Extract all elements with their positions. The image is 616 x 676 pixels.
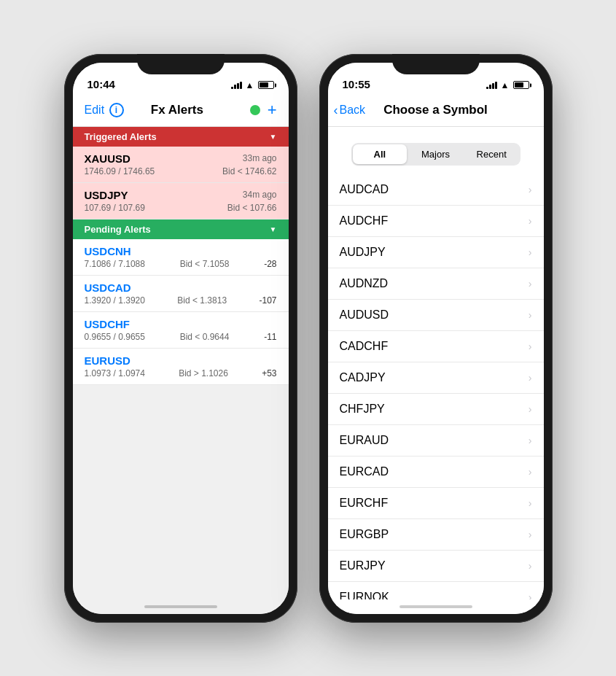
segment-majors[interactable]: Majors bbox=[408, 144, 463, 164]
pending-header: Pending Alerts ▼ bbox=[73, 219, 289, 239]
symbol-chevron-icon: › bbox=[529, 278, 532, 290]
signal-icon bbox=[231, 82, 242, 89]
symbol-row-cadchf[interactable]: CADCHF › bbox=[328, 331, 544, 362]
pending-alert-1[interactable]: USDCNH 7.1086 / 7.1088 Bid < 7.1058 -28 bbox=[73, 239, 289, 276]
symbol-row-audusd[interactable]: AUDUSD › bbox=[328, 300, 544, 331]
pending-alert-4[interactable]: EURUSD 1.0973 / 1.0974 Bid > 1.1026 +53 bbox=[73, 349, 289, 385]
back-button[interactable]: ‹ Back bbox=[334, 103, 366, 118]
edit-button[interactable]: Edit bbox=[85, 104, 105, 117]
triggered-chevron: ▼ bbox=[270, 133, 277, 141]
symbol-row-eurchf[interactable]: EURCHF › bbox=[328, 488, 544, 519]
symbol-chevron-icon: › bbox=[529, 497, 532, 509]
symbol-name: CADJPY bbox=[340, 371, 386, 384]
symbol-chevron-icon: › bbox=[529, 403, 532, 415]
phone2: 10:55 ▲ ‹ Ba bbox=[319, 54, 553, 623]
pending-price-2: 1.3920 / 1.3920 bbox=[85, 295, 145, 306]
symbol-chevron-icon: › bbox=[529, 372, 532, 384]
pending-condition-1: Bid < 7.1058 bbox=[180, 259, 230, 269]
symbol-name: AUDCAD bbox=[340, 183, 389, 196]
symbol-name: EURCHF bbox=[340, 497, 389, 510]
symbol-name: CADCHF bbox=[340, 340, 389, 353]
phone2-nav-title: Choose a Symbol bbox=[383, 103, 488, 117]
info-button[interactable]: i bbox=[109, 103, 124, 117]
home-indicator-2 bbox=[328, 599, 544, 614]
phone1-content: Triggered Alerts ▼ XAUUSD 33m ago 1746.0… bbox=[73, 127, 289, 599]
symbol-row-chfjpy[interactable]: CHFJPY › bbox=[328, 394, 544, 425]
symbol-chevron-icon: › bbox=[529, 184, 532, 195]
battery-icon bbox=[258, 81, 274, 89]
symbol-name: EURJPY bbox=[340, 559, 386, 572]
symbol-row-audchf[interactable]: AUDCHF › bbox=[328, 206, 544, 237]
pending-symbol-3: USDCHF bbox=[85, 318, 130, 330]
wifi-icon-2: ▲ bbox=[501, 80, 510, 90]
symbol-list: AUDCAD › AUDCHF › AUDJPY › AUDNZD › AUDU… bbox=[328, 174, 544, 599]
pending-alert-3[interactable]: USDCHF 0.9655 / 0.9655 Bid < 0.9644 -11 bbox=[73, 312, 289, 349]
symbol-row-euraud[interactable]: EURAUD › bbox=[328, 425, 544, 457]
segment-recent[interactable]: Recent bbox=[464, 144, 519, 164]
alert-time-2: 34m ago bbox=[243, 190, 277, 200]
symbol-chevron-icon: › bbox=[529, 341, 532, 352]
symbol-row-audcad[interactable]: AUDCAD › bbox=[328, 174, 544, 206]
triggered-header: Triggered Alerts ▼ bbox=[73, 127, 289, 147]
segment-container: All Majors Recent bbox=[328, 127, 544, 174]
symbol-row-audnzd[interactable]: AUDNZD › bbox=[328, 268, 544, 300]
pending-pips-3: -11 bbox=[264, 332, 276, 342]
phone1: 10:44 ▲ Edit i bbox=[64, 54, 297, 623]
status-icons-1: ▲ bbox=[231, 80, 274, 90]
symbol-row-eurgbp[interactable]: EURGBP › bbox=[328, 519, 544, 551]
home-indicator-1 bbox=[73, 599, 289, 614]
alert-time-1: 33m ago bbox=[243, 153, 277, 163]
pending-symbol-2: USDCAD bbox=[85, 281, 131, 294]
symbol-chevron-icon: › bbox=[529, 215, 532, 227]
pending-pips-1: -28 bbox=[264, 259, 276, 269]
symbol-name: AUDJPY bbox=[340, 246, 386, 259]
symbol-name: AUDCHF bbox=[340, 214, 389, 228]
pending-condition-4: Bid > 1.1026 bbox=[179, 368, 228, 378]
symbol-chevron-icon: › bbox=[529, 529, 532, 540]
time-2: 10:55 bbox=[343, 78, 370, 90]
symbol-chevron-icon: › bbox=[529, 466, 532, 478]
symbol-chevron-icon: › bbox=[529, 560, 532, 572]
pending-condition-2: Bid < 1.3813 bbox=[177, 295, 227, 306]
alert-condition-1: Bid < 1746.62 bbox=[222, 166, 276, 176]
pending-alert-2[interactable]: USDCAD 1.3920 / 1.3920 Bid < 1.3813 -107 bbox=[73, 276, 289, 312]
phone2-screen: 10:55 ▲ ‹ Ba bbox=[328, 63, 544, 614]
symbol-row-eurnok[interactable]: EURNOK › bbox=[328, 582, 544, 599]
pending-pips-4: +53 bbox=[262, 368, 276, 378]
pending-pips-2: -107 bbox=[259, 295, 276, 306]
symbol-name: EURCAD bbox=[340, 465, 389, 478]
back-chevron-icon: ‹ bbox=[334, 103, 338, 118]
time-1: 10:44 bbox=[87, 78, 115, 90]
symbol-chevron-icon: › bbox=[529, 246, 532, 258]
pending-price-4: 1.0973 / 1.0974 bbox=[85, 368, 145, 378]
symbol-name: EURAUD bbox=[340, 434, 389, 447]
alert-price-2: 107.69 / 107.69 bbox=[85, 203, 145, 213]
symbol-row-cadjpy[interactable]: CADJPY › bbox=[328, 362, 544, 394]
pending-condition-3: Bid < 0.9644 bbox=[180, 332, 230, 342]
notch-2 bbox=[392, 54, 480, 74]
segment-all[interactable]: All bbox=[353, 144, 408, 164]
alert-condition-2: Bid < 107.66 bbox=[227, 203, 277, 213]
symbol-row-eurjpy[interactable]: EURJPY › bbox=[328, 551, 544, 582]
alert-symbol-1: XAUUSD bbox=[85, 152, 130, 165]
phone1-screen: 10:44 ▲ Edit i bbox=[73, 63, 289, 614]
status-icons-2: ▲ bbox=[486, 80, 529, 90]
back-label: Back bbox=[340, 104, 366, 117]
symbol-chevron-icon: › bbox=[529, 309, 532, 321]
wifi-icon: ▲ bbox=[246, 80, 254, 90]
triggered-alert-1[interactable]: XAUUSD 33m ago 1746.09 / 1746.65 Bid < 1… bbox=[73, 147, 289, 183]
symbol-name: EURGBP bbox=[340, 528, 389, 541]
alert-price-1: 1746.09 / 1746.65 bbox=[85, 166, 155, 176]
triggered-alert-2[interactable]: USDJPY 34m ago 107.69 / 107.69 Bid < 107… bbox=[73, 183, 289, 219]
segment-control: All Majors Recent bbox=[351, 143, 521, 166]
symbol-name: AUDUSD bbox=[340, 308, 389, 322]
symbol-name: AUDNZD bbox=[340, 277, 389, 290]
pending-chevron: ▼ bbox=[270, 225, 277, 233]
add-alert-button[interactable]: + bbox=[268, 102, 277, 118]
symbol-row-eurcad[interactable]: EURCAD › bbox=[328, 457, 544, 488]
connection-status bbox=[250, 105, 260, 115]
phone1-nav: Edit i Fx Alerts + bbox=[73, 95, 289, 127]
symbol-name: CHFJPY bbox=[340, 403, 385, 416]
symbol-row-audjpy[interactable]: AUDJPY › bbox=[328, 237, 544, 268]
alert-symbol-2: USDJPY bbox=[85, 189, 128, 201]
